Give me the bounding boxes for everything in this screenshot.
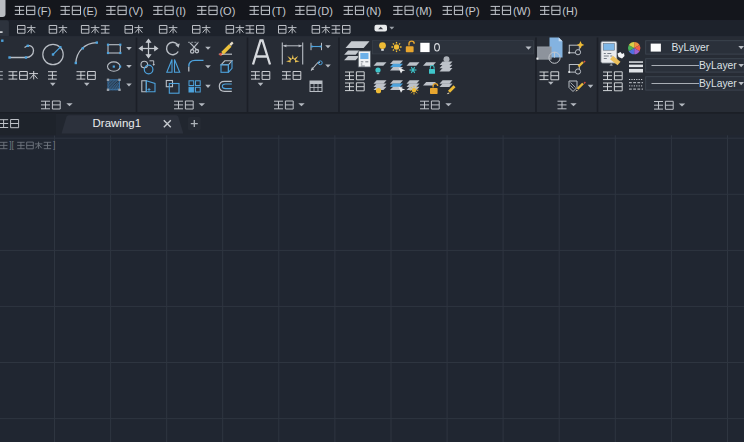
svg-text:(N): (N) xyxy=(366,5,381,17)
svg-text:ByLayer: ByLayer xyxy=(672,42,710,53)
svg-text:Drawing1: Drawing1 xyxy=(93,117,142,129)
svg-text:(P): (P) xyxy=(465,5,480,17)
svg-text:(T): (T) xyxy=(272,5,286,17)
svg-text:ByLayer: ByLayer xyxy=(699,78,737,89)
svg-text:ByLayer: ByLayer xyxy=(699,60,737,71)
svg-text:(D): (D) xyxy=(318,5,333,17)
svg-text:(W): (W) xyxy=(513,5,531,17)
svg-text:(F): (F) xyxy=(37,5,51,17)
svg-text:][: ][ xyxy=(9,140,14,150)
svg-text:(E): (E) xyxy=(83,5,98,17)
svg-text:(V): (V) xyxy=(129,5,144,17)
svg-text:(I): (I) xyxy=(176,5,186,17)
svg-text:(H): (H) xyxy=(562,5,577,17)
svg-text:]: ] xyxy=(53,140,55,150)
svg-text:(M): (M) xyxy=(416,5,433,17)
svg-text:(O): (O) xyxy=(219,5,235,17)
